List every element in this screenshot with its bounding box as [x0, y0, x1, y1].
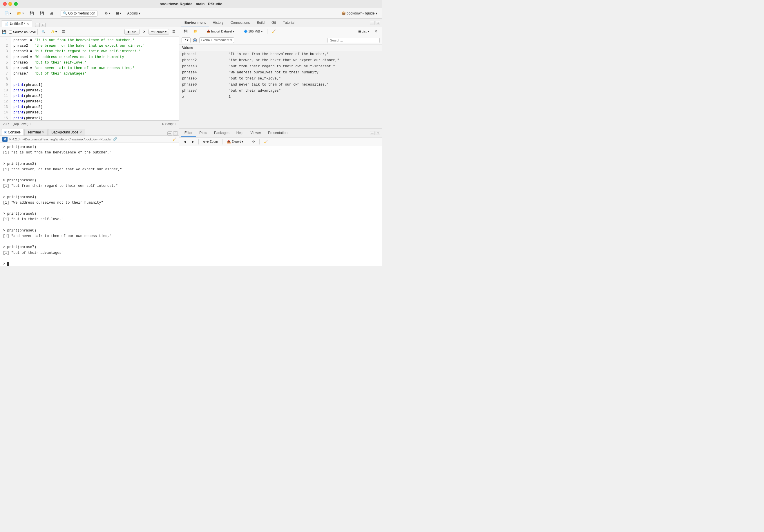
r-console-icon: R [2, 137, 8, 142]
search-editor-btn[interactable]: 🔍 [40, 29, 48, 35]
console-tab-console[interactable]: R Console [1, 129, 24, 135]
background-jobs-tab-label: Background Jobs [51, 130, 78, 134]
editor-tab-close[interactable]: ✕ [26, 22, 29, 26]
tab-environment[interactable]: Environment [181, 19, 209, 26]
global-env-label: Global Environment ▾ [201, 38, 232, 42]
global-env-select[interactable]: Global Environment ▾ [199, 37, 234, 43]
tab-presentation[interactable]: Presentation [265, 130, 291, 137]
code-content[interactable]: phrase1 = 'It is not from the benevolenc… [10, 37, 179, 120]
import-dataset-btn[interactable]: 📥 Import Dataset ▾ [205, 29, 237, 34]
layout-button[interactable]: ⊞▾ [114, 10, 123, 17]
go-to-file-button[interactable]: 🔍 Go to file/function [61, 10, 97, 17]
list-view-btn[interactable]: ☰ List ▾ [356, 29, 371, 34]
env-maximize-btn[interactable]: □ [376, 21, 380, 25]
project-button[interactable]: 📦 bookdown-Rguide ▾ [339, 10, 380, 17]
new-file-button[interactable]: 📄▾ [2, 10, 14, 17]
env-row-x[interactable]: x 1 [179, 94, 382, 100]
open-file-button[interactable]: 📂▾ [15, 10, 26, 17]
tab-connections[interactable]: Connections [227, 19, 254, 26]
tab-packages[interactable]: Packages [211, 130, 233, 137]
go-to-file-label: Go to file/function [68, 11, 95, 15]
console-minimize-btn[interactable]: — [167, 131, 172, 135]
magic-icon: ✨ [51, 30, 55, 34]
memory-btn[interactable]: 🔷 105 MiB ▾ [242, 29, 265, 34]
files-minimize-btn[interactable]: — [370, 131, 374, 135]
tab-viewer[interactable]: Viewer [247, 130, 264, 137]
env-row-phrase5[interactable]: phrase5 "but to their self-love," [179, 76, 382, 82]
clean-env-btn[interactable]: 🧹 [270, 29, 278, 34]
code-completion-btn[interactable]: ✨▾ [49, 29, 59, 35]
console-line-7: > print(phrase7) [3, 245, 176, 250]
save-all-button[interactable]: 💾 [37, 10, 46, 17]
files-back-btn[interactable]: ◀ [182, 139, 188, 144]
env-row-phrase2[interactable]: phrase2 "the brewer, or the baker that w… [179, 58, 382, 64]
editor-minimize-btn[interactable]: — [35, 23, 40, 27]
env-row-phrase1[interactable]: phrase1 "It is not from the benevolence … [179, 51, 382, 58]
zoom-btn[interactable]: ⊕ ⊕ Zoom [201, 139, 220, 144]
print-icon: 🖨 [50, 11, 53, 15]
console-cursor-line: > [3, 262, 176, 266]
console-path-link-icon[interactable]: 🔗 [113, 137, 117, 141]
tab-plots[interactable]: Plots [196, 130, 211, 137]
print-button[interactable]: 🖨 [48, 10, 56, 17]
save-ws-icon: 💾 [184, 30, 188, 33]
run-button[interactable]: ▶ Run [124, 29, 139, 35]
env-name-phrase3: phrase3 [182, 65, 229, 69]
env-minimize-btn[interactable]: — [370, 21, 374, 25]
console-tab-bar: R Console Terminal ✕ Background Jobs ✕ —… [0, 127, 179, 136]
tab-git[interactable]: Git [268, 19, 279, 26]
editor-maximize-btn[interactable]: □ [41, 23, 46, 27]
list-icon: ☰ [358, 30, 361, 33]
export-label: Export ▾ [232, 140, 243, 144]
tab-tutorial[interactable]: Tutorial [279, 19, 298, 26]
editor-tab-untitled1[interactable]: 📄 Untitled1* ✕ [1, 20, 32, 27]
load-workspace-btn[interactable]: 📂 [191, 29, 200, 34]
terminal-tab-close[interactable]: ✕ [42, 130, 44, 134]
r-env-select[interactable]: R ▾ [182, 37, 191, 43]
tab-history[interactable]: History [209, 19, 227, 26]
console-clear-icon[interactable]: 🧹 [173, 137, 177, 141]
fullscreen-button[interactable] [14, 2, 18, 6]
plots-refresh-btn[interactable]: ⟳ [250, 139, 257, 144]
code-editor[interactable]: 12345 678910 1112131415 phrase1 = 'It is… [0, 37, 179, 120]
back-icon: ◀ [184, 140, 186, 144]
console-line-4: > print(phrase4) [3, 195, 176, 200]
env-row-phrase6[interactable]: phrase6 "and never talk to them of our o… [179, 82, 382, 88]
addins-button[interactable]: Addins ▾ [125, 10, 143, 17]
env-value-phrase6: "and never talk to them of our own neces… [229, 83, 379, 87]
files-maximize-btn[interactable]: □ [376, 131, 380, 135]
background-jobs-tab-close[interactable]: ✕ [80, 130, 82, 134]
code-tools-button[interactable]: ⚙▾ [102, 10, 112, 17]
plots-broom-btn[interactable]: 🧹 [262, 139, 270, 144]
console-tab-background-jobs[interactable]: Background Jobs ✕ [48, 129, 85, 135]
format-btn[interactable]: ☰ [60, 29, 67, 35]
source-button[interactable]: ⇒ Source ▾ [148, 29, 169, 35]
close-button[interactable] [3, 2, 7, 6]
env-refresh-btn[interactable]: ⟳ [373, 29, 380, 34]
source-on-save-checkbox[interactable] [9, 30, 12, 34]
memory-icon: 🔷 [244, 30, 248, 33]
console-icon: R [4, 130, 7, 134]
code-line-7: phrase7 = 'but of their advantages' [13, 71, 176, 77]
editor-options-btn[interactable]: ☰ [170, 29, 177, 35]
minimize-button[interactable] [8, 2, 12, 6]
toolbar-sep-1 [58, 10, 58, 16]
tab-help[interactable]: Help [233, 130, 247, 137]
env-row-phrase3[interactable]: phrase3 "but from their regard to their … [179, 64, 382, 70]
console-maximize-btn[interactable]: □ [173, 131, 178, 135]
env-row-phrase7[interactable]: phrase7 "but of their advantages" [179, 88, 382, 94]
env-search-input[interactable] [327, 38, 380, 43]
env-row-phrase4[interactable]: phrase4 "We address ourselves not to the… [179, 70, 382, 76]
save-script-icon[interactable]: 💾 [2, 30, 6, 34]
code-level: (Top Level) ÷ [12, 122, 31, 126]
tab-files[interactable]: Files [181, 130, 196, 137]
save-button[interactable]: 💾 [27, 10, 36, 17]
export-btn[interactable]: 📤 Export ▾ [225, 139, 245, 144]
tab-build[interactable]: Build [253, 19, 268, 26]
console-tab-terminal[interactable]: Terminal ✕ [24, 129, 48, 135]
files-forward-btn[interactable]: ▶ [190, 139, 196, 144]
console-content[interactable]: > print(phrase1) [1] "It is not from the… [0, 143, 179, 266]
re-run-btn[interactable]: ⟳ [141, 29, 147, 35]
save-workspace-btn[interactable]: 💾 [182, 29, 190, 34]
right-panel: Environment History Connections Build Gi… [179, 19, 382, 266]
